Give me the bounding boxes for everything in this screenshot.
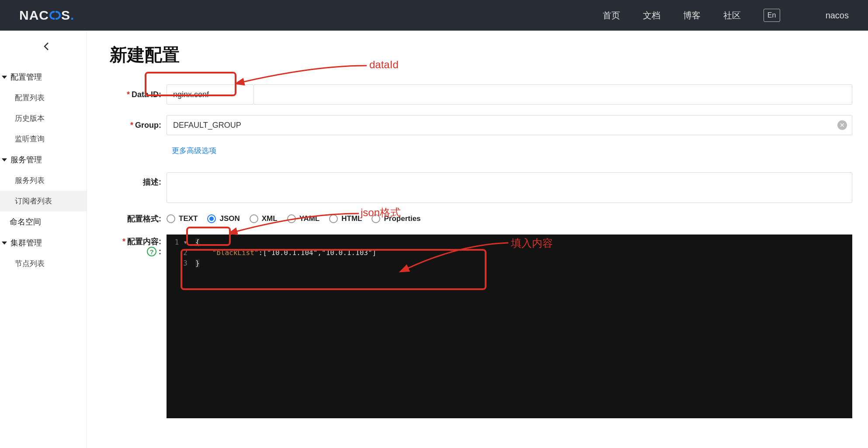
sidebar-group-config[interactable]: 配置管理 — [0, 66, 87, 88]
label-desc: 描述: — [110, 172, 167, 187]
radio-icon — [207, 214, 216, 223]
radio-json[interactable]: JSON — [207, 214, 240, 223]
format-radios: TEXT JSON XML YAML HTML Properties — [167, 214, 421, 223]
label-group: *Group: — [110, 121, 167, 130]
more-advanced-link[interactable]: 更多高级选项 — [172, 146, 216, 156]
page-title: 新建配置 — [110, 43, 852, 67]
sidebar-group-label: 服务管理 — [10, 154, 42, 165]
sidebar-back[interactable] — [0, 41, 87, 53]
radio-label: HTML — [341, 214, 362, 223]
caret-down-icon — [2, 242, 7, 245]
nav-home[interactable]: 首页 — [603, 10, 620, 21]
help-icon[interactable]: ? — [147, 247, 156, 256]
radio-label: Properties — [384, 214, 420, 223]
nav-docs[interactable]: 文档 — [643, 10, 660, 21]
label-format: 配置格式: — [110, 214, 167, 224]
topbar: NACS. 首页 文档 博客 社区 En nacos — [0, 0, 868, 31]
main: 新建配置 *Data ID: *Group: ✕ 更多高级选项 描述: 配置格式… — [87, 31, 868, 448]
sidebar-item-namespace[interactable]: 命名空间 — [0, 211, 87, 232]
radio-label: JSON — [219, 214, 240, 223]
sidebar-item-config-list[interactable]: 配置列表 — [0, 88, 87, 108]
caret-down-icon — [2, 158, 7, 161]
radio-icon — [167, 214, 175, 223]
editor-gutter: 1 ▾23 — [167, 234, 191, 418]
dataid-input-wrap — [167, 84, 254, 105]
nav-community[interactable]: 社区 — [723, 10, 741, 21]
sidebar-group-cluster[interactable]: 集群管理 — [0, 232, 87, 253]
group-input-wrap: ✕ — [167, 115, 852, 135]
radio-xml[interactable]: XML — [250, 214, 278, 223]
lang-toggle[interactable]: En — [764, 9, 780, 22]
logo-dot: . — [70, 8, 74, 23]
sidebar-group-label: 集群管理 — [10, 238, 42, 248]
row-desc: 描述: — [110, 172, 852, 203]
sidebar-group-label: 配置管理 — [10, 72, 42, 82]
sidebar-item-listener[interactable]: 监听查询 — [0, 129, 87, 149]
radio-icon — [372, 214, 380, 223]
sidebar-item-history[interactable]: 历史版本 — [0, 108, 87, 129]
dataid-input[interactable] — [167, 84, 254, 105]
dataid-input-ext[interactable] — [254, 84, 852, 105]
chevron-left-icon — [42, 41, 52, 52]
logo-text: NAC — [19, 8, 49, 23]
radio-label: TEXT — [179, 214, 198, 223]
row-group: *Group: ✕ — [110, 115, 852, 135]
radio-icon — [329, 214, 338, 223]
group-input[interactable] — [167, 115, 852, 135]
row-dataid: *Data ID: — [110, 84, 852, 105]
radio-label: YAML — [299, 214, 320, 223]
radio-yaml[interactable]: YAML — [287, 214, 320, 223]
sidebar-group-service[interactable]: 服务管理 — [0, 149, 87, 170]
radio-html[interactable]: HTML — [329, 214, 362, 223]
sidebar: 配置管理 配置列表 历史版本 监听查询 服务管理 服务列表 订阅者列表 命名空间… — [0, 31, 87, 448]
sidebar-item-label: 命名空间 — [10, 217, 41, 227]
radio-text[interactable]: TEXT — [167, 214, 198, 223]
sidebar-item-subscribers[interactable]: 订阅者列表 — [0, 191, 87, 211]
radio-icon — [287, 214, 296, 223]
user-name[interactable]: nacos — [826, 10, 849, 21]
caret-down-icon — [2, 76, 7, 79]
row-content: *配置内容: ? : 1 ▾23 { "blackList":["10.0.1.… — [110, 234, 852, 418]
logo: NACS. — [19, 8, 74, 23]
label-dataid: *Data ID: — [110, 90, 167, 99]
sidebar-item-nodes[interactable]: 节点列表 — [0, 253, 87, 274]
desc-textarea[interactable] — [167, 172, 852, 203]
nav-links: 首页 文档 博客 社区 En nacos — [603, 9, 849, 22]
clear-icon[interactable]: ✕ — [837, 120, 847, 130]
code-editor[interactable]: 1 ▾23 { "blackList":["10.0.1.104","10.0.… — [167, 234, 852, 418]
label-content: *配置内容: ? : — [110, 234, 167, 256]
radio-label: XML — [262, 214, 278, 223]
radio-icon — [250, 214, 258, 223]
nav-blog[interactable]: 博客 — [683, 10, 701, 21]
sidebar-item-service-list[interactable]: 服务列表 — [0, 170, 87, 191]
logo-text-2: S — [61, 8, 70, 23]
row-format: 配置格式: TEXT JSON XML YAML HTML Properties — [110, 214, 852, 224]
editor-code[interactable]: { "blackList":["10.0.1.104","10.0.1.103"… — [191, 234, 852, 418]
radio-properties[interactable]: Properties — [372, 214, 420, 223]
